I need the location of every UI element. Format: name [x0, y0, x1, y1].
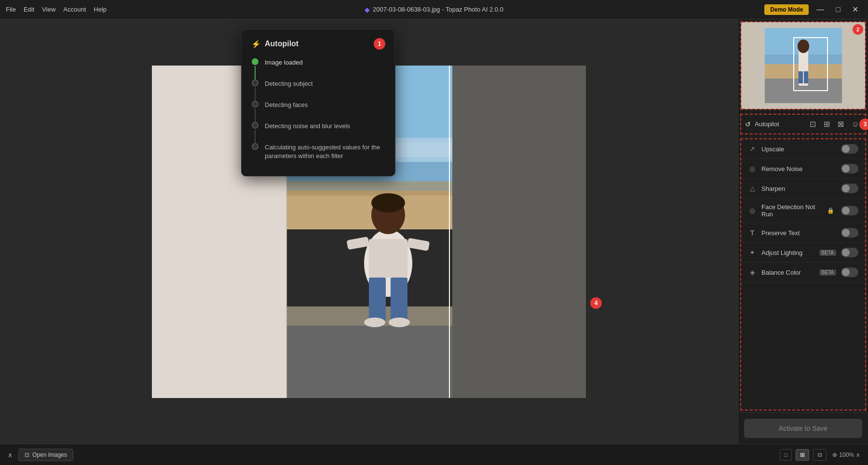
view-original-button[interactable]: □	[780, 449, 792, 461]
app-logo-icon: ◆	[365, 6, 370, 13]
filter-adjust-lighting: ✦ Adjust Lighting BETA	[741, 243, 865, 263]
step-3-dot	[252, 101, 258, 107]
menu-file[interactable]: File	[6, 6, 16, 13]
titlebar: File Edit View Account Help ◆ 2007-03-08…	[0, 0, 868, 19]
filter-upscale-label: Upscale	[761, 146, 836, 153]
zoom-control: ⊕ 100% ∧	[832, 452, 860, 458]
sharpen-icon: △	[748, 184, 757, 193]
balance-color-toggle[interactable]	[841, 267, 858, 277]
step-badge-1: 1	[374, 38, 385, 50]
adjust-lighting-icon: ✦	[748, 248, 757, 257]
demo-mode-button[interactable]: Demo Mode	[764, 4, 809, 15]
badge-2: 2	[853, 24, 863, 35]
step-3-line	[255, 108, 256, 122]
svg-point-11	[371, 193, 405, 213]
step-4-line	[255, 130, 256, 143]
autopilot-toolbar-label: Autopilot	[755, 120, 804, 128]
window-title-text: 2007-03-08-0638-03.jpg - Topaz Photo AI …	[373, 6, 503, 13]
maximize-button[interactable]: □	[832, 4, 844, 15]
filter-face-detection-label: Face Detection Not Run	[761, 203, 822, 218]
window-title: ◆ 2007-03-08-0638-03.jpg - Topaz Photo A…	[365, 6, 503, 13]
open-images-button[interactable]: ⊡ Open Images	[18, 449, 73, 461]
upscale-icon: ↗	[748, 145, 757, 153]
filter-adjust-lighting-label: Adjust Lighting	[761, 249, 813, 256]
svg-rect-14	[391, 278, 407, 321]
step-4-connector	[251, 122, 259, 143]
step-3-label: Detecting faces	[265, 101, 308, 116]
svg-rect-12	[369, 239, 407, 278]
split-view-button[interactable]: ⊞	[822, 118, 832, 131]
svg-rect-7	[286, 321, 452, 398]
menu-edit[interactable]: Edit	[24, 6, 34, 13]
filter-preserve-text-label: Preserve Text	[761, 229, 836, 237]
step-2-line	[255, 87, 256, 101]
svg-point-28	[798, 40, 809, 53]
autopilot-steps: Image loaded Detecting subject	[251, 58, 385, 167]
adjust-lighting-beta-badge: BETA	[819, 250, 836, 256]
svg-rect-30	[804, 71, 808, 83]
face-detection-toggle[interactable]	[841, 206, 858, 215]
bottom-bar: ∧ ⊡ Open Images □ ⊞ ⊟ ⊕ 100% ∧	[0, 444, 868, 465]
svg-rect-5	[286, 191, 452, 229]
canvas-area[interactable]: ⚡ Autopilot 1 Image loaded	[0, 19, 738, 444]
balance-color-beta-badge: BETA	[819, 269, 836, 276]
filter-sharpen: △ Sharpen	[741, 179, 865, 199]
autopilot-title: ⚡ Autopilot	[251, 40, 298, 49]
autopilot-title-text: Autopilot	[265, 40, 298, 48]
lightning-icon: ⚡	[251, 40, 261, 49]
svg-point-16	[389, 318, 410, 327]
crop-tool-button[interactable]: ⊡	[808, 118, 818, 131]
close-button[interactable]: ✕	[848, 4, 862, 15]
adjust-lighting-toggle[interactable]	[841, 248, 858, 257]
svg-rect-13	[369, 278, 386, 321]
zoom-expand-button[interactable]: ∧	[856, 452, 860, 458]
expand-panel-icon[interactable]: ∧	[8, 451, 13, 459]
step-3-connector	[251, 101, 259, 122]
expand-view-button[interactable]: ⊠	[836, 118, 846, 131]
step-2-dot	[252, 80, 258, 86]
minimize-button[interactable]: —	[813, 4, 828, 15]
svg-rect-17	[346, 236, 369, 250]
open-images-label: Open Images	[32, 452, 67, 458]
filter-remove-noise: ◎ Remove Noise	[741, 159, 865, 179]
filter-balance-color-label: Balance Color	[761, 269, 813, 276]
preserve-text-toggle[interactable]	[841, 228, 858, 238]
svg-rect-20	[452, 66, 586, 398]
activate-section: Activate to Save	[738, 412, 868, 444]
thumbnail-svg	[755, 23, 852, 108]
preserve-text-icon: T	[748, 228, 757, 237]
menu-account[interactable]: Account	[63, 6, 86, 13]
step-1-line	[255, 66, 256, 80]
step-image-loaded: Image loaded	[251, 58, 385, 80]
upscale-toggle[interactable]	[841, 144, 858, 154]
remove-noise-toggle[interactable]	[841, 164, 858, 173]
step-detecting-subject: Detecting subject	[251, 80, 385, 101]
menu-view[interactable]: View	[42, 6, 55, 13]
activate-to-save-button[interactable]: Activate to Save	[744, 419, 862, 438]
toolbar-row: 3 ↺ Autopilot ⊡ ⊞ ⊠ ☺	[740, 114, 866, 134]
filters-section: ↗ Upscale ◎ Remove Noise △ Sharpen ◎ Fac…	[740, 138, 866, 411]
svg-point-15	[364, 318, 385, 327]
step-1-label: Image loaded	[265, 58, 303, 74]
svg-rect-18	[407, 238, 430, 251]
view-side-button[interactable]: ⊟	[813, 449, 827, 461]
sharpen-toggle[interactable]	[841, 184, 858, 193]
filter-preserve-text: T Preserve Text	[741, 223, 865, 243]
badge-3: 3	[859, 119, 868, 130]
main-content: ⚡ Autopilot 1 Image loaded	[0, 19, 868, 444]
autopilot-popup: ⚡ Autopilot 1 Image loaded	[241, 29, 395, 176]
svg-rect-6	[286, 181, 452, 196]
face-detection-icon: ◎	[748, 206, 757, 215]
view-split-button[interactable]: ⊞	[796, 449, 809, 461]
window-controls: Demo Mode — □ ✕	[764, 4, 862, 15]
step-calculating: Calculating auto-suggested values for th…	[251, 143, 385, 167]
filter-face-detection: ◎ Face Detection Not Run 🔒	[741, 199, 865, 223]
step-2-connector	[251, 80, 259, 101]
menu-help[interactable]: Help	[94, 6, 107, 13]
filter-upscale: ↗ Upscale	[741, 139, 865, 159]
right-panel: 2	[738, 19, 868, 444]
step-1-dot	[252, 58, 258, 65]
badge-4: 4	[590, 297, 602, 309]
autopilot-header: ⚡ Autopilot 1	[251, 38, 385, 50]
remove-noise-icon: ◎	[748, 164, 757, 173]
